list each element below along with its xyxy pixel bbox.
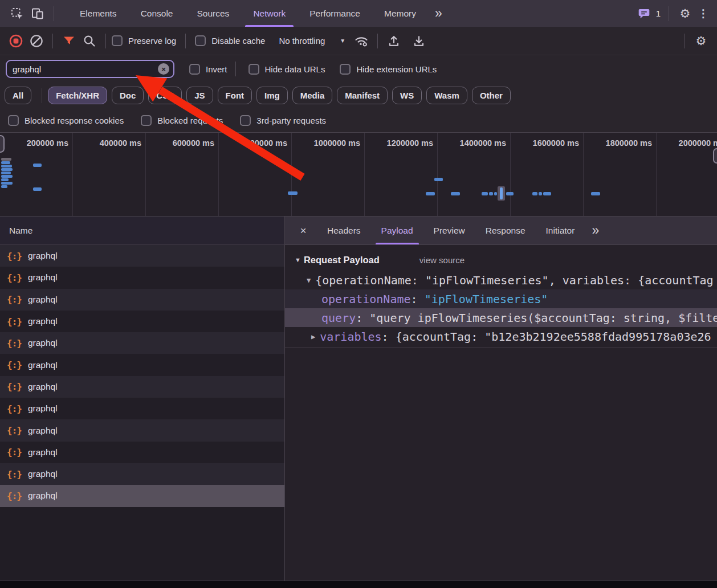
kebab-menu-icon[interactable]: ⋮ [695, 3, 711, 24]
tab-performance[interactable]: Performance [298, 0, 372, 27]
payload-row-operationName[interactable]: operationName: "ipFlowTimeseries" [285, 289, 717, 308]
chip-doc[interactable]: Doc [112, 87, 144, 104]
clear-filter-icon[interactable]: × [158, 63, 169, 75]
divider [54, 6, 54, 21]
filter-input[interactable] [13, 64, 158, 74]
timeline-tick: 200000 ms [0, 133, 73, 216]
payload-summary-row[interactable]: ▼{operationName: "ipFlowTimeseries", var… [285, 271, 717, 289]
chip-manifest[interactable]: Manifest [337, 87, 388, 104]
disable-cache-checkbox[interactable]: Disable cache [195, 35, 265, 46]
more-details-tabs-button[interactable]: » [585, 224, 606, 237]
device-toolbar-icon[interactable] [27, 3, 48, 24]
checkbox-box[interactable] [8, 115, 19, 126]
request-row[interactable]: {:}graphql [0, 289, 284, 311]
view-source-link[interactable]: view source [419, 255, 465, 265]
blocked-requests-checkbox[interactable]: Blocked requests [141, 115, 223, 126]
chip-wasm[interactable]: Wasm [426, 87, 467, 104]
issues-message-icon[interactable] [636, 3, 652, 24]
divider [185, 34, 186, 48]
checkbox-box[interactable] [112, 35, 123, 46]
network-conditions-icon[interactable] [351, 31, 372, 51]
payload-separator: : [411, 292, 425, 306]
waterfall-bar [1, 161, 10, 164]
chip-img[interactable]: Img [256, 87, 288, 104]
tab-network[interactable]: Network [241, 0, 298, 27]
request-type-chips: AllFetch/XHRDocCSSJSFontImgMediaManifest… [0, 83, 717, 108]
tab-elements[interactable]: Elements [68, 0, 129, 27]
requests-panel: Name {:}graphql{:}graphql{:}graphql{:}gr… [0, 217, 285, 581]
collapse-triangle-icon[interactable]: ▼ [307, 276, 311, 284]
request-row[interactable]: {:}graphql [0, 376, 284, 398]
chip-ws[interactable]: WS [392, 87, 422, 104]
throttling-select[interactable]: No throttling ▼ [279, 36, 345, 46]
checkbox-box[interactable] [240, 115, 251, 126]
divider [52, 34, 53, 48]
request-row[interactable]: {:}graphql [0, 485, 284, 507]
chip-js[interactable]: JS [186, 87, 213, 104]
third-party-requests-checkbox[interactable]: 3rd-party requests [240, 115, 326, 126]
hide-data-urls-label: Hide data URLs [265, 64, 325, 74]
export-har-icon[interactable] [409, 31, 429, 51]
checkbox-box[interactable] [195, 35, 206, 46]
chip-fetch-xhr[interactable]: Fetch/XHR [48, 87, 107, 104]
timeline-left-handle[interactable] [0, 135, 5, 153]
invert-checkbox[interactable]: Invert [189, 64, 227, 75]
checkbox-box[interactable] [340, 64, 351, 75]
json-braces-icon: {:} [7, 469, 22, 480]
blocked-response-cookies-checkbox[interactable]: Blocked response cookies [8, 115, 124, 126]
request-row[interactable]: {:}graphql [0, 398, 284, 419]
filter-funnel-icon[interactable] [59, 31, 79, 51]
details-tab-initiator[interactable]: Initiator [536, 217, 585, 244]
tab-sources[interactable]: Sources [185, 0, 242, 27]
payload-key: query [321, 311, 356, 325]
request-row[interactable]: {:}graphql [0, 311, 284, 332]
request-row[interactable]: {:}graphql [0, 354, 284, 375]
issues-count[interactable]: 1 [656, 9, 661, 18]
preserve-log-checkbox[interactable]: Preserve log [112, 35, 176, 46]
payload-row-variables[interactable]: ▶variables: {accountTag: "b12e3b2192ee55… [285, 327, 717, 346]
hide-extension-urls-checkbox[interactable]: Hide extension URLs [340, 64, 437, 75]
tab-memory[interactable]: Memory [372, 0, 428, 27]
checkbox-box[interactable] [248, 64, 259, 75]
expand-triangle-icon[interactable]: ▶ [311, 333, 315, 341]
request-row[interactable]: {:}graphql [0, 442, 284, 463]
dropdown-arrow-icon: ▼ [340, 38, 345, 44]
chip-css[interactable]: CSS [148, 87, 182, 104]
hide-data-urls-checkbox[interactable]: Hide data URLs [248, 64, 325, 75]
chip-other[interactable]: Other [472, 87, 511, 104]
request-row[interactable]: {:}graphql [0, 245, 284, 267]
payload-row-query[interactable]: query: "query ipFlowTimeseries($accountT… [285, 308, 717, 327]
clear-network-log-button[interactable] [26, 31, 47, 51]
name-column-header[interactable]: Name [0, 217, 284, 245]
chip-all[interactable]: All [5, 87, 31, 104]
request-row[interactable]: {:}graphql [0, 267, 284, 288]
details-tab-preview[interactable]: Preview [423, 217, 475, 244]
timeline-tick: 1400000 ms [438, 133, 511, 216]
timeline-right-handle[interactable] [713, 148, 717, 164]
record-network-log-button[interactable] [6, 31, 26, 51]
network-settings-gear-icon[interactable]: ⚙ [691, 31, 711, 51]
search-icon[interactable] [79, 31, 100, 51]
timeline-waterfall[interactable]: 200000 ms400000 ms600000 ms800000 ms1000… [0, 132, 717, 217]
details-tab-headers[interactable]: Headers [317, 217, 371, 244]
close-details-icon[interactable]: × [294, 224, 312, 237]
request-row[interactable]: {:}graphql [0, 463, 284, 485]
checkbox-box[interactable] [189, 64, 200, 75]
tab-console[interactable]: Console [129, 0, 185, 27]
request-row[interactable]: {:}graphql [0, 419, 284, 441]
timeline-tick: 2000000 ms [657, 133, 717, 216]
details-tab-response[interactable]: Response [475, 217, 536, 244]
filter-input-box[interactable]: × [6, 60, 174, 78]
chip-media[interactable]: Media [292, 87, 333, 104]
settings-gear-icon[interactable]: ⚙ [675, 3, 695, 24]
import-har-icon[interactable] [384, 31, 404, 51]
more-tabs-button[interactable]: » [428, 7, 449, 20]
chip-font[interactable]: Font [218, 87, 252, 104]
collapse-triangle-icon[interactable]: ▼ [295, 256, 301, 263]
waterfall-bar [500, 187, 503, 199]
details-tab-payload[interactable]: Payload [371, 217, 423, 244]
inspect-element-icon[interactable] [7, 3, 27, 24]
request-row[interactable]: {:}graphql [0, 332, 284, 354]
checkbox-box[interactable] [141, 115, 152, 126]
waterfall-bar [33, 164, 42, 167]
